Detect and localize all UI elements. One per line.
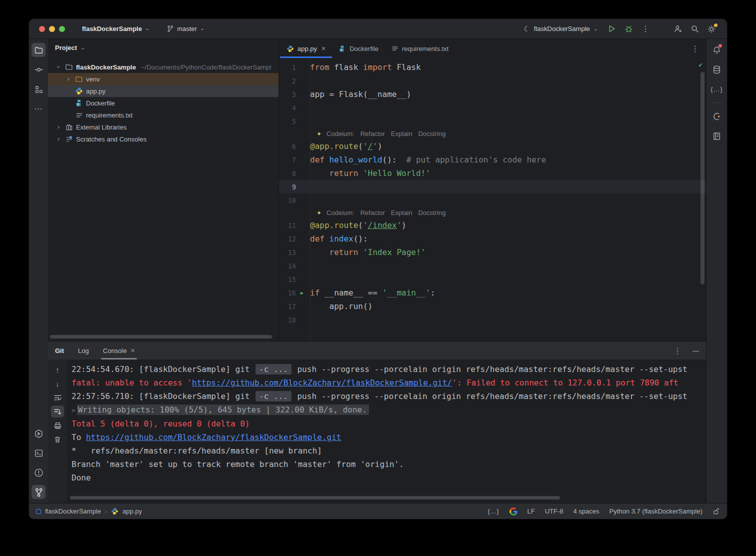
soft-wrap-button[interactable]: [51, 392, 64, 404]
panel-options-kebab[interactable]: ⋮: [674, 346, 682, 356]
debug-button[interactable]: [621, 22, 636, 36]
line-number[interactable]: 17: [279, 302, 296, 310]
codeium-action-explain[interactable]: Explain: [391, 209, 412, 216]
code-line-6[interactable]: 6@app.route('/'): [279, 140, 706, 153]
minimize-window-button[interactable]: [49, 26, 55, 32]
line-number[interactable]: 18: [279, 316, 296, 324]
code-line-1[interactable]: 1from flask import Flask: [279, 60, 706, 74]
line-number[interactable]: 12: [279, 235, 296, 243]
print-button[interactable]: [51, 420, 64, 432]
commit-tool-button[interactable]: [32, 62, 46, 76]
tab-dockerfile[interactable]: D Dockerfile: [332, 39, 385, 58]
line-separator-widget[interactable]: LF: [528, 508, 535, 515]
code-line-11[interactable]: 11@app.route('/index'): [279, 218, 706, 232]
code-line-10[interactable]: 10: [279, 194, 706, 207]
tree-row-scratches[interactable]: › Scratches and Consoles: [48, 133, 278, 145]
code-style-widget[interactable]: {…}: [488, 508, 500, 515]
code-with-me-button[interactable]: [670, 22, 685, 36]
project-tool-button[interactable]: [32, 43, 46, 57]
line-number[interactable]: 16: [279, 289, 296, 297]
close-tab-icon[interactable]: ×: [130, 346, 134, 354]
search-everywhere-button[interactable]: [687, 22, 702, 36]
tree-row-app-py[interactable]: app.py: [48, 85, 278, 97]
line-number[interactable]: 13: [279, 248, 296, 256]
code-line-16[interactable]: 16▶if __name__ == '__main__':: [279, 286, 706, 300]
code-line-3[interactable]: 3app = Flask(__name__): [279, 88, 706, 101]
project-panel-hscrollbar[interactable]: [50, 335, 272, 338]
chevron-collapsed-icon[interactable]: ›: [55, 124, 62, 130]
tab-console[interactable]: Console ×: [103, 342, 135, 360]
line-number[interactable]: 1: [279, 64, 296, 72]
documentation-tool-button[interactable]: [710, 129, 724, 143]
close-window-button[interactable]: [39, 26, 45, 32]
hide-panel-icon[interactable]: —: [692, 347, 699, 354]
problems-tool-button[interactable]: [32, 466, 46, 480]
code-line-15[interactable]: 15: [279, 272, 706, 286]
codeium-action-docstring[interactable]: Docstring: [418, 130, 446, 138]
code-line-9[interactable]: 9: [279, 180, 706, 194]
code-line-14[interactable]: 14: [279, 259, 706, 272]
unlocked-icon[interactable]: [712, 508, 720, 515]
tree-row-root[interactable]: › flaskDockerSample ~/Documents/PythonCo…: [48, 61, 278, 73]
line-number[interactable]: 6: [279, 142, 296, 150]
chevron-collapsed-icon[interactable]: ›: [65, 76, 72, 82]
console-hscrollbar[interactable]: [70, 496, 560, 500]
code-line-8[interactable]: 8 return 'Hello World!': [279, 166, 706, 180]
code-line-12[interactable]: 12def index():: [279, 232, 706, 246]
run-tool-button[interactable]: [32, 426, 46, 440]
console-link[interactable]: https://github.com/BlockZachary/flaskDoc…: [86, 432, 342, 442]
code-line-7[interactable]: 7def hello_world(): # put application's …: [279, 153, 706, 166]
terminal-tool-button[interactable]: [32, 446, 46, 460]
chevron-collapsed-icon[interactable]: ›: [55, 136, 62, 142]
breadcrumb-project[interactable]: flaskDockerSample: [45, 508, 101, 515]
tab-log[interactable]: Log: [78, 342, 89, 360]
grazie-icon[interactable]: [510, 508, 518, 516]
editor-body[interactable]: 1from flask import Flask23app = Flask(__…: [279, 58, 706, 341]
codeium-action-docstring[interactable]: Docstring: [418, 209, 446, 216]
run-button[interactable]: [604, 22, 619, 36]
line-number[interactable]: 15: [279, 276, 296, 284]
line-number[interactable]: 9: [279, 183, 296, 191]
more-tools-button[interactable]: ⋯: [32, 102, 46, 116]
line-number[interactable]: 10: [279, 196, 296, 204]
indent-widget[interactable]: 4 spaces: [574, 508, 600, 515]
clear-console-button[interactable]: [51, 434, 64, 446]
zoom-window-button[interactable]: [59, 26, 65, 32]
line-number[interactable]: 4: [279, 104, 296, 112]
git-tool-button[interactable]: [32, 485, 46, 499]
settings-button[interactable]: [704, 22, 719, 36]
chevron-expanded-icon[interactable]: ›: [55, 64, 62, 70]
line-number[interactable]: 5: [279, 118, 296, 126]
structure-tool-button[interactable]: [32, 82, 46, 96]
encoding-widget[interactable]: UTF-8: [545, 508, 564, 515]
database-tool-button[interactable]: [710, 62, 724, 76]
codeium-action-refactor[interactable]: Refactor: [360, 209, 385, 216]
tree-row-requirements[interactable]: requirements.txt: [48, 109, 278, 121]
line-number[interactable]: 11: [279, 222, 296, 230]
line-number[interactable]: 8: [279, 170, 296, 178]
scroll-down-button[interactable]: ↓: [51, 378, 64, 390]
line-number[interactable]: 2: [279, 77, 296, 85]
editor-vscrollbar[interactable]: [700, 72, 704, 284]
code-line-5[interactable]: 5: [279, 114, 706, 128]
codeium-action-explain[interactable]: Explain: [391, 130, 412, 138]
run-line-icon[interactable]: ▶: [296, 290, 308, 296]
code-line-17[interactable]: 17 app.run(): [279, 300, 706, 313]
interpreter-widget[interactable]: Python 3.7 (flaskDockerSample): [610, 508, 702, 515]
console-link[interactable]: https://github.com/BlockZachary/flaskDoc…: [192, 378, 452, 388]
code-line-13[interactable]: 13 return 'Index Page!': [279, 246, 706, 259]
code-line-18[interactable]: 18: [279, 313, 706, 326]
tree-row-dockerfile[interactable]: D Dockerfile: [48, 97, 278, 109]
scroll-to-end-button[interactable]: [51, 406, 64, 418]
editor-options-kebab[interactable]: ⋮: [691, 44, 699, 54]
folded-text[interactable]: -c ...: [256, 364, 292, 374]
tree-row-external-libraries[interactable]: › External Libraries: [48, 121, 278, 133]
more-actions-button[interactable]: ⋮: [638, 22, 653, 36]
scroll-up-button[interactable]: ↑: [51, 364, 64, 376]
project-panel-header[interactable]: Project ⌄: [48, 39, 278, 56]
ai-assistant-tool-button[interactable]: {…}: [710, 82, 724, 96]
close-tab-icon[interactable]: ×: [322, 44, 326, 52]
line-number[interactable]: 7: [279, 156, 296, 164]
tree-row-venv[interactable]: › venv: [48, 73, 278, 85]
branch-widget[interactable]: master ⌄: [162, 23, 208, 34]
